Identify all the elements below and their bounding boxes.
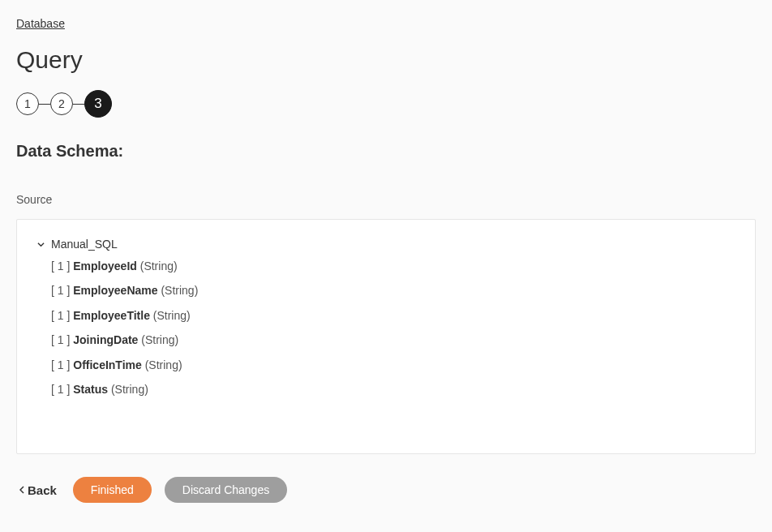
back-button[interactable]: Back: [16, 483, 60, 497]
field-prefix: [ 1 ]: [51, 309, 70, 322]
schema-panel: Manual_SQL [ 1 ] EmployeeId (String) [ 1…: [16, 219, 756, 454]
schema-field: [ 1 ] Status (String): [51, 377, 737, 401]
stepper: 1 2 3: [16, 90, 756, 118]
breadcrumb-database[interactable]: Database: [16, 17, 65, 30]
schema-field: [ 1 ] EmployeeTitle (String): [51, 303, 737, 328]
footer-actions: Back Finished Discard Changes: [16, 477, 756, 503]
discard-changes-button[interactable]: Discard Changes: [165, 477, 287, 503]
section-heading-data-schema: Data Schema:: [16, 142, 756, 161]
page-title: Query: [16, 46, 756, 74]
schema-field: [ 1 ] JoiningDate (String): [51, 328, 737, 352]
step-3[interactable]: 3: [84, 90, 112, 118]
field-prefix: [ 1 ]: [51, 284, 70, 297]
schema-root-label: Manual_SQL: [51, 238, 118, 251]
chevron-left-icon: [19, 486, 24, 494]
finished-button[interactable]: Finished: [73, 477, 152, 503]
field-type: (String): [161, 284, 198, 297]
field-prefix: [ 1 ]: [51, 333, 70, 346]
field-prefix: [ 1 ]: [51, 260, 70, 272]
field-prefix: [ 1 ]: [51, 358, 70, 371]
step-1[interactable]: 1: [16, 92, 39, 115]
schema-field: [ 1 ] EmployeeName (String): [51, 278, 737, 302]
field-type: (String): [141, 333, 178, 346]
back-button-label: Back: [28, 483, 57, 497]
step-2[interactable]: 2: [50, 92, 73, 115]
field-name: EmployeeTitle: [73, 309, 150, 322]
schema-field: [ 1 ] EmployeeId (String): [51, 254, 737, 278]
schema-field: [ 1 ] OfficeInTime (String): [51, 353, 737, 377]
field-prefix: [ 1 ]: [51, 383, 70, 396]
chevron-down-icon: [35, 238, 46, 250]
field-name: EmployeeName: [73, 284, 157, 297]
field-name: EmployeeId: [73, 260, 137, 272]
field-name: JoiningDate: [73, 333, 138, 346]
field-type: (String): [140, 260, 178, 272]
field-name: Status: [73, 383, 108, 396]
field-type: (String): [145, 358, 182, 371]
schema-fields-list: [ 1 ] EmployeeId (String) [ 1 ] Employee…: [35, 254, 737, 401]
step-connector: [73, 104, 84, 105]
source-label: Source: [16, 193, 756, 206]
step-connector: [39, 104, 50, 105]
field-type: (String): [111, 383, 148, 396]
field-type: (String): [153, 309, 191, 322]
field-name: OfficeInTime: [73, 358, 142, 371]
schema-root-node[interactable]: Manual_SQL: [35, 234, 737, 254]
